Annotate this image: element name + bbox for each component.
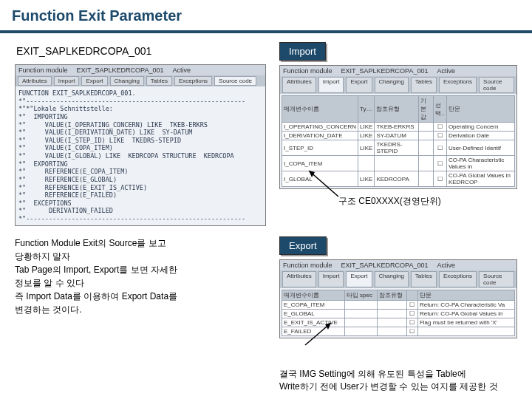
tab-import[interactable]: Import bbox=[54, 76, 80, 86]
source-code: FUNCTION EXIT_SAPLKEDRCOPA_001. *"------… bbox=[16, 86, 265, 225]
arrow-icon bbox=[301, 319, 338, 349]
col-type: 타입 spec bbox=[344, 290, 377, 301]
col-default: 기본값 bbox=[418, 96, 434, 123]
tab-exceptions[interactable]: Exceptions bbox=[439, 77, 477, 93]
tab-attributes[interactable]: Attributes bbox=[18, 76, 52, 86]
tab-tables[interactable]: Tables bbox=[146, 76, 172, 86]
module-value: EXIT_SAPLKEDRCOPA_001 bbox=[341, 262, 429, 269]
module-value: EXIT_SAPLKEDRCOPA_001 bbox=[341, 67, 429, 75]
col-name: 매개변수이름 bbox=[282, 96, 358, 123]
table-row: I_STEP_IDLIKETKEDRS-STEPID☐User-Defined … bbox=[282, 140, 515, 156]
svg-marker-1 bbox=[309, 171, 315, 177]
table-row: I_OPERATING_CONCERNLIKETKEB-ERKRS☐Operat… bbox=[282, 123, 515, 132]
col-opt: 선택.. bbox=[434, 96, 446, 123]
module-status: Active bbox=[437, 262, 455, 269]
tab-export[interactable]: Export bbox=[346, 77, 372, 93]
tab-exceptions[interactable]: Exceptions bbox=[439, 271, 477, 287]
final-note: 결국 IMG Setting에 의해 유도된 특성을 Table에 Write하… bbox=[279, 347, 517, 393]
struct-note: 구조 CE0XXXX(경영단위) bbox=[279, 195, 517, 208]
col-name: 매개변수이름 bbox=[282, 290, 345, 301]
export-tabs: Attributes Import Export Changing Tables… bbox=[280, 270, 516, 288]
function-name: EXIT_SAPLKEDRCOPA_001 bbox=[16, 45, 266, 57]
module-value: EXIT_SAPLKEDRCOPA_001 bbox=[77, 66, 164, 74]
table-row: I_DERIVATION_DATELIKESY-DATUM☐Derivation… bbox=[282, 132, 515, 140]
col-desc: 단문 bbox=[417, 290, 514, 301]
tab-export[interactable]: Export bbox=[81, 76, 107, 86]
export-badge: Export bbox=[279, 236, 327, 255]
table-row: E_COPA_ITEM☐Return: CO-PA Characteristic… bbox=[282, 301, 515, 310]
tab-changing[interactable]: Changing bbox=[375, 77, 409, 93]
tab-tables[interactable]: Tables bbox=[411, 77, 437, 93]
col-desc: 단문 bbox=[446, 96, 514, 123]
tab-tables[interactable]: Tables bbox=[411, 271, 437, 287]
tab-changing[interactable]: Changing bbox=[375, 271, 409, 287]
tab-exceptions[interactable]: Exceptions bbox=[174, 76, 212, 86]
tab-sourcecode[interactable]: Source code bbox=[214, 76, 256, 86]
tab-import[interactable]: Import bbox=[318, 271, 344, 287]
col-type: Ty… bbox=[358, 96, 375, 123]
slide-title: Function Exit Parameter bbox=[0, 0, 532, 33]
code-tabs: Attributes Import Export Changing Tables… bbox=[16, 75, 265, 86]
tab-sourcecode[interactable]: Source code bbox=[479, 77, 514, 93]
tab-import[interactable]: Import bbox=[318, 77, 344, 93]
svg-marker-3 bbox=[325, 323, 331, 330]
module-status: Active bbox=[172, 66, 191, 74]
module-status: Active bbox=[437, 67, 455, 75]
tab-export[interactable]: Export bbox=[346, 271, 372, 287]
module-label: Function module bbox=[283, 67, 332, 75]
tab-attributes[interactable]: Attributes bbox=[282, 77, 316, 93]
import-badge: Import bbox=[279, 42, 326, 61]
tab-sourcecode[interactable]: Source code bbox=[479, 271, 514, 287]
col-ref: 참조유형 bbox=[377, 290, 406, 301]
import-tabs: Attributes Import Export Changing Tables… bbox=[280, 76, 516, 94]
content-area: EXIT_SAPLKEDRCOPA_001 Function module EX… bbox=[0, 33, 532, 399]
col-ref: 참조유형 bbox=[375, 96, 418, 123]
module-label: Function module bbox=[283, 262, 332, 269]
note-block: Function Module Exit의 Source를 보고 당황하지 말자… bbox=[15, 236, 266, 316]
col-pass bbox=[406, 290, 417, 301]
tab-changing[interactable]: Changing bbox=[110, 76, 144, 86]
module-label: Function module bbox=[18, 66, 68, 74]
sap-code-panel: Function module EXIT_SAPLKEDRCOPA_001 Ac… bbox=[15, 64, 266, 226]
tab-attributes[interactable]: Attributes bbox=[282, 271, 316, 287]
arrow-icon bbox=[301, 167, 346, 200]
table-row: E_GLOBAL☐Return: CO-PA Global Values in bbox=[282, 310, 515, 318]
